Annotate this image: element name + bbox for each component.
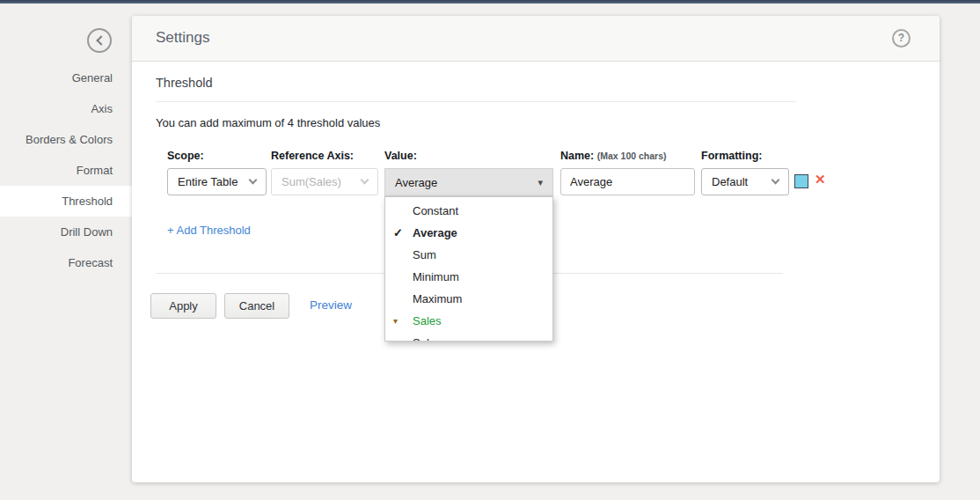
scope-select[interactable]: Entire Table xyxy=(167,168,267,195)
sidebar-item-format[interactable]: Format xyxy=(0,155,132,186)
page-title: Settings xyxy=(156,29,209,47)
threshold-color-swatch[interactable] xyxy=(794,174,808,188)
dropdown-option-constant[interactable]: Constant xyxy=(385,200,552,222)
preview-link[interactable]: Preview xyxy=(310,298,352,312)
check-icon: ✓ xyxy=(393,222,403,244)
section-title: Threshold xyxy=(156,76,212,90)
dropdown-option-average[interactable]: ✓ Average xyxy=(385,222,552,244)
chevron-left-icon xyxy=(96,35,106,45)
settings-panel: Settings ? Threshold You can add maximum… xyxy=(132,16,940,482)
reference-axis-select-value: Sum(Sales) xyxy=(282,175,341,188)
reference-axis-label: Reference Axis: xyxy=(271,150,354,162)
back-button[interactable] xyxy=(87,28,112,53)
chevron-down-icon xyxy=(361,176,369,185)
delete-threshold-button[interactable]: ✕ xyxy=(815,172,826,188)
sidebar-item-drill-down[interactable]: Drill Down xyxy=(0,217,132,247)
value-combobox[interactable]: Average ▾ xyxy=(384,168,553,196)
sidebar-item-forecast[interactable]: Forecast xyxy=(0,247,132,278)
top-bar xyxy=(0,0,980,4)
formatting-select-value: Default xyxy=(712,175,748,188)
scope-label: Scope: xyxy=(167,150,204,162)
value-combobox-value: Average xyxy=(395,176,437,189)
name-input[interactable] xyxy=(560,168,695,195)
chevron-down-icon xyxy=(772,176,780,185)
value-dropdown-menu: Constant ✓ Average Sum Minimum Maximum ▾… xyxy=(384,196,553,342)
info-text: You can add maximum of 4 threshold value… xyxy=(156,116,380,129)
name-label: Name: (Max 100 chars) xyxy=(560,150,667,162)
x-mark-icon: ✕ xyxy=(815,172,826,187)
sidebar-item-threshold[interactable]: Threshold xyxy=(0,186,132,217)
formatting-label: Formatting: xyxy=(701,150,762,162)
dropdown-option-maximum[interactable]: Maximum xyxy=(385,288,552,310)
panel-header: Settings ? xyxy=(132,16,940,62)
scope-select-value: Entire Table xyxy=(178,175,238,188)
dropdown-group-sales-text: Sales xyxy=(413,314,442,327)
apply-button[interactable]: Apply xyxy=(150,293,216,319)
dropdown-arrow-icon: ▾ xyxy=(538,177,543,188)
sidebar-item-axis[interactable]: Axis xyxy=(0,93,132,124)
name-label-text: Name: xyxy=(560,150,594,162)
name-max-chars-hint: (Max 100 chars) xyxy=(597,151,667,161)
section-divider xyxy=(156,101,796,102)
sidebar-item-borders-colors[interactable]: Borders & Colors xyxy=(0,124,132,155)
help-button[interactable]: ? xyxy=(892,29,911,48)
add-threshold-link[interactable]: + Add Threshold xyxy=(167,224,251,237)
dropdown-option-minimum[interactable]: Minimum xyxy=(385,266,552,288)
dropdown-option-average-text: Average xyxy=(413,226,457,239)
dropdown-group-sales[interactable]: ▾ Sales xyxy=(385,310,552,332)
dropdown-option-sum[interactable]: Sum xyxy=(385,244,552,266)
question-mark-icon: ? xyxy=(898,32,904,44)
value-label: Value: xyxy=(384,150,417,162)
sidebar-item-general[interactable]: General xyxy=(0,62,132,93)
settings-page: General Axis Borders & Colors Format Thr… xyxy=(0,0,980,500)
cancel-button[interactable]: Cancel xyxy=(224,293,289,319)
dropdown-option-sales-clipped[interactable]: Sales xyxy=(385,332,552,342)
group-collapse-arrow-icon: ▾ xyxy=(393,310,398,332)
formatting-select[interactable]: Default xyxy=(701,168,789,195)
reference-axis-select: Sum(Sales) xyxy=(271,168,378,195)
chevron-down-icon xyxy=(249,176,258,185)
sidebar: General Axis Borders & Colors Format Thr… xyxy=(0,62,132,278)
